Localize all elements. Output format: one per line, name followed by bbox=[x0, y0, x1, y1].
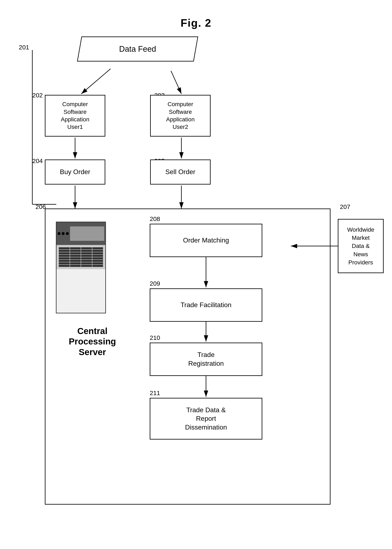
svg-line-1 bbox=[81, 69, 111, 94]
trade-data-box: Trade Data &ReportDissemination bbox=[150, 398, 262, 439]
worldwide-label: WorldwideMarketData &NewsProviders bbox=[347, 226, 374, 266]
data-feed-label: Data Feed bbox=[119, 45, 156, 54]
diagram: Fig. 2 201 bbox=[0, 0, 392, 521]
ref-204: 204 bbox=[32, 157, 43, 165]
sell-order-box: Sell Order bbox=[150, 160, 210, 185]
trade-registration-box: TradeRegistration bbox=[150, 343, 262, 376]
central-server-outer-box: CentralProcessingServer 208 Order Matchi… bbox=[45, 208, 330, 505]
trade-facilitation-box: Trade Facilitation bbox=[150, 288, 262, 322]
buy-order-label: Buy Order bbox=[60, 168, 90, 176]
server-grid-1 bbox=[58, 247, 104, 268]
ref-206: 206 bbox=[35, 203, 46, 210]
worldwide-box: WorldwideMarketData &NewsProviders bbox=[338, 219, 384, 273]
csa1-label: ComputerSoftwareApplicationUser1 bbox=[61, 100, 90, 131]
data-feed-box: Data Feed bbox=[79, 36, 196, 62]
server-dot-3 bbox=[66, 232, 69, 235]
trade-registration-label: TradeRegistration bbox=[188, 350, 224, 368]
ref-207: 207 bbox=[340, 203, 350, 210]
server-dot-1 bbox=[57, 232, 61, 235]
cps-text: CentralProcessingServer bbox=[69, 326, 116, 357]
server-top-panel bbox=[56, 222, 105, 245]
server-dot-2 bbox=[62, 232, 65, 235]
order-matching-box: Order Matching bbox=[150, 224, 262, 257]
sell-order-label: Sell Order bbox=[165, 168, 195, 176]
csa1-box: ComputerSoftwareApplicationUser1 bbox=[45, 95, 105, 137]
order-matching-label: Order Matching bbox=[183, 236, 229, 245]
ref-202: 202 bbox=[32, 92, 43, 99]
ref-208: 208 bbox=[150, 215, 160, 222]
ref-211: 211 bbox=[150, 389, 160, 396]
buy-order-box: Buy Order bbox=[45, 160, 105, 185]
ref-210: 210 bbox=[150, 334, 160, 341]
page-title: Fig. 2 bbox=[0, 4, 392, 38]
csa2-box: ComputerSoftwareApplicationUser2 bbox=[150, 95, 210, 137]
trade-facilitation-label: Trade Facilitation bbox=[181, 301, 231, 309]
svg-line-2 bbox=[171, 71, 182, 94]
ref-201: 201 bbox=[19, 44, 29, 51]
trade-data-label: Trade Data &ReportDissemination bbox=[185, 406, 227, 432]
central-server-label: CentralProcessingServer bbox=[56, 326, 129, 357]
server-display bbox=[70, 226, 104, 241]
csa2-label: ComputerSoftwareApplicationUser2 bbox=[166, 100, 195, 131]
server-illustration bbox=[56, 222, 106, 313]
ref-209: 209 bbox=[150, 280, 160, 287]
